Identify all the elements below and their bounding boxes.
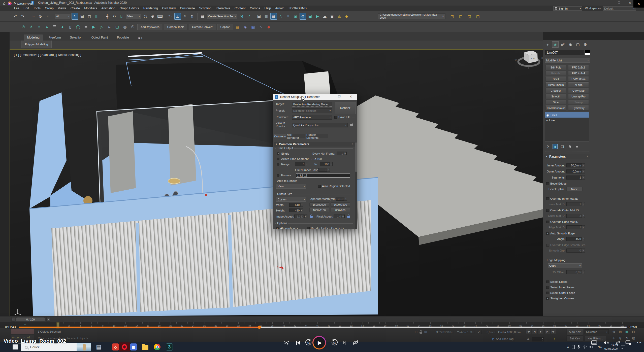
percent-snap-toggle-icon[interactable]: % (182, 13, 188, 20)
sun-light-icon[interactable]: ☀ (28, 24, 35, 30)
camera-icon[interactable]: ⌖ (36, 24, 42, 30)
more-options-button[interactable]: ⋯ (636, 338, 642, 346)
zoom-region-icon[interactable]: ⊡ (630, 329, 636, 335)
menu-civil-view[interactable]: Civil View (162, 7, 176, 10)
toggle-scene-explorer-icon[interactable]: ▤ (256, 13, 262, 20)
spinner-arrows[interactable]: ▴▾ (582, 225, 585, 229)
render-button[interactable]: Render (335, 102, 356, 114)
material-editor-icon[interactable]: ◉ (292, 13, 299, 20)
phone-link-icon[interactable] (571, 345, 575, 349)
fir-tree-icon[interactable]: ▲ (59, 24, 66, 30)
pixel-aspect-lock-icon[interactable] (347, 216, 350, 218)
floor-generator-icon[interactable]: ▦ (234, 24, 241, 30)
keyboard-override-icon[interactable]: ⌨ (157, 13, 163, 20)
dialog-minimize-button[interactable]: — (327, 95, 330, 98)
save-file-checkbox[interactable] (334, 116, 337, 119)
window-crossing-toggle-icon[interactable]: ◫ (93, 13, 100, 20)
resolution-button-1600x1600[interactable]: 1600x1600 (331, 202, 350, 207)
spinner-arrows[interactable]: ▴▾ (582, 169, 585, 173)
param-value-field[interactable]: 1 (566, 225, 582, 229)
output-size-preset-dropdown[interactable]: Custom▾ (276, 197, 306, 202)
ribbon-tab-object-paint[interactable]: Object Paint (88, 34, 111, 41)
checkbox-icon[interactable] (546, 221, 549, 223)
corona-tools-button[interactable]: Corona Tools (164, 24, 188, 30)
new-scene-icon[interactable]: ◰ (449, 13, 456, 20)
param-value-field[interactable]: 45,0 (566, 237, 582, 241)
volume-button[interactable] (603, 339, 610, 346)
zoom-all-icon[interactable]: ⊞ (617, 329, 623, 335)
camera-add-icon[interactable]: ⌑ (106, 24, 113, 30)
absolute-mode-transform-icon[interactable]: ⊞ (424, 330, 427, 335)
use-pivot-point-icon[interactable]: ◎ (142, 13, 149, 20)
auto-region-checkbox[interactable] (318, 185, 321, 188)
taskbar-app-video-editor[interactable]: ▤ (93, 342, 104, 351)
menu-animation[interactable]: Animation (101, 7, 115, 10)
range-to-field[interactable]: 100▴▾ (320, 162, 333, 166)
redo-icon[interactable]: ↷ (19, 13, 26, 20)
play-button[interactable]: ▶ (312, 336, 326, 349)
forward-30-button[interactable]: 30 (330, 338, 339, 347)
edge-mapping-dropdown[interactable]: Copy▾ (548, 263, 582, 268)
view-lock-icon[interactable] (350, 124, 353, 126)
checkbox-icon[interactable]: ✓ (546, 232, 549, 235)
wifi-icon[interactable] (583, 345, 587, 349)
spinner-arrows[interactable]: ▴▾ (582, 249, 585, 253)
y-coord-value[interactable]: -4757,133m (461, 330, 475, 334)
next-frame-button[interactable]: > (46, 317, 50, 322)
dialog-maximize-button[interactable]: ❐ (338, 95, 341, 98)
previous-frame-button[interactable]: ◀| (532, 329, 537, 334)
menu-customize[interactable]: Customize (180, 7, 195, 10)
param-value-field[interactable]: 0,0mm (566, 169, 582, 173)
search-highlight-image[interactable] (77, 343, 91, 351)
tab-polygon-modeling[interactable]: Polygon Modeling (21, 41, 52, 48)
z-coord-value[interactable]: 0,0mm (481, 330, 496, 334)
time-slider-handle[interactable]: 0 / 100 (16, 317, 45, 322)
checkbox-icon[interactable] (546, 209, 549, 212)
project-path-dropdown[interactable]: C:\Users\danel\OneDrive\Документы\3ds Ma… (378, 13, 445, 19)
area-to-render-dropdown[interactable]: View▾ (276, 184, 306, 189)
shuffle-button[interactable] (283, 339, 290, 346)
range-from-field[interactable]: 0▴▾ (295, 162, 308, 166)
render-in-cloud-icon[interactable]: ☁ (321, 13, 328, 20)
grid-tool-icon[interactable]: ▦ (250, 24, 256, 30)
menu-help[interactable]: Help (265, 7, 271, 10)
list-icon[interactable]: ☰ (51, 24, 58, 30)
ribbon-tab-modeling[interactable]: Modeling (24, 34, 43, 41)
compare-media-icon[interactable]: ◆ (343, 13, 350, 20)
menu-3dground[interactable]: 3DGROUND (288, 7, 307, 10)
select-by-name-icon[interactable]: ▤ (79, 13, 85, 20)
isolate-selection-toggle-icon[interactable]: ⊡ (415, 330, 417, 335)
param-value-field[interactable]: 1 (566, 202, 582, 206)
checkbox-icon[interactable] (546, 292, 549, 294)
rectangular-selection-region-icon[interactable]: ◻ (86, 13, 93, 20)
param-value-field[interactable]: 0 (566, 249, 582, 253)
bulb-icon[interactable]: ☉ (130, 24, 136, 30)
menu-tools[interactable]: Tools (33, 7, 41, 10)
sign-in-button[interactable]: Sign In ▾ (553, 6, 582, 11)
frames-input[interactable]: 1,3,5-12 (296, 173, 350, 178)
range-radio[interactable] (277, 163, 279, 166)
viewport-label[interactable]: [ + ] [ Perspective ] [ Standard ] [ Def… (14, 53, 81, 57)
menu-group[interactable]: Group (45, 7, 54, 10)
spinner-snap-toggle-icon[interactable]: ⇅ (189, 13, 196, 20)
taskbar-search-box[interactable]: Поиск (21, 343, 91, 351)
param-value-field[interactable]: 0,05 (566, 270, 582, 274)
mirror-icon[interactable]: ⋈ (238, 13, 245, 20)
renderer-dropdown[interactable]: ART Renderer▾ (292, 115, 332, 120)
go-to-end-button[interactable]: ▶▶| (551, 329, 556, 334)
dialog-titlebar[interactable]: 3 Render Setup: ART Renderer — ❐ ✕ (273, 94, 357, 100)
video-box-icon[interactable]: ▷ (98, 24, 105, 30)
gem-tool-icon[interactable]: ◆ (266, 24, 272, 30)
viewcube[interactable]: LEFT W S E (514, 49, 543, 73)
param-value-field[interactable]: 3 (566, 214, 582, 218)
add-time-tag[interactable]: Add Time Tag (496, 337, 513, 340)
dialog-scrollbar[interactable] (355, 142, 357, 229)
checkbox-icon[interactable] (546, 280, 549, 283)
rewind-10-button[interactable]: 10 (304, 338, 313, 347)
image-aspect-lock-icon[interactable] (310, 216, 313, 218)
mini-curve-editor-icon[interactable]: ∿ (24, 323, 26, 326)
select-object-icon[interactable]: ↖ (72, 13, 78, 20)
arnold-warning-icon[interactable]: ⚠ (336, 13, 343, 20)
selection-lock-toggle-icon[interactable] (420, 330, 422, 335)
pixel-aspect-field[interactable]: 1,0▴▾ (334, 215, 345, 218)
